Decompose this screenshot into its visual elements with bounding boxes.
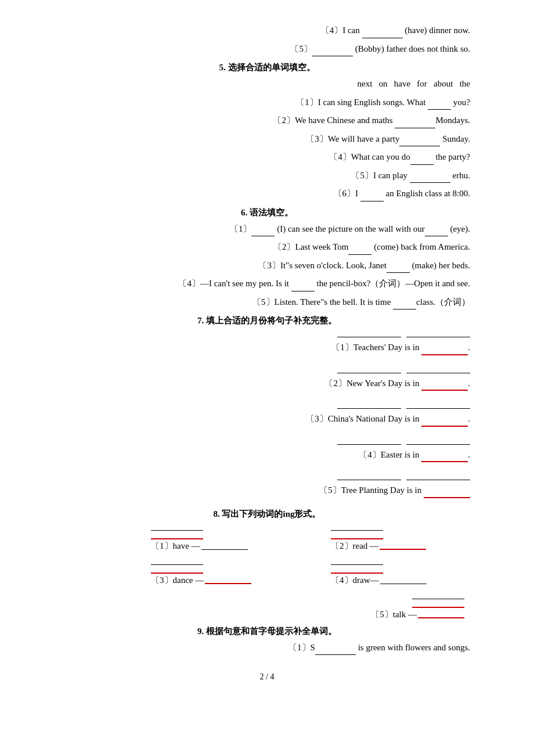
- s7-lines-above4: [64, 437, 470, 447]
- s7-ansline2b[interactable]: [406, 366, 470, 373]
- s8-line1a[interactable]: [151, 523, 203, 531]
- s7-item4: 〔4〕Easter is in .: [64, 437, 470, 463]
- s7-text5: 〔5〕Tree Planting Day is in: [64, 483, 470, 498]
- s8-col4-lines: [308, 557, 470, 574]
- s4-item1: 〔4〕I can (have) dinner now.: [64, 23, 470, 38]
- s5-blank1[interactable]: [428, 100, 451, 110]
- s6-item3: 〔3〕It"s seven o'clock. Look, Janet (make…: [64, 258, 470, 273]
- s8-blank4[interactable]: [380, 576, 427, 584]
- s7-ansline3b[interactable]: [406, 401, 470, 409]
- s8-line2a[interactable]: [331, 523, 383, 531]
- s8-bot-lines: [64, 592, 470, 608]
- s7-item1: 〔1〕Teachers' Day is in .: [64, 330, 470, 355]
- s8-line4a[interactable]: [331, 557, 383, 565]
- s8-col1-lines: [145, 523, 308, 539]
- s7-ansline2a[interactable]: [337, 366, 401, 373]
- s6-blank1b[interactable]: [425, 227, 448, 236]
- s7-redblank1[interactable]: [421, 346, 468, 355]
- s8-blank5[interactable]: [418, 610, 464, 618]
- section7-title: 7. 填上合适的月份将句子补充完整。: [64, 315, 470, 326]
- s8-blank3[interactable]: [205, 576, 251, 584]
- s7-redblank4[interactable]: [421, 453, 468, 462]
- s8-row34: 〔3〕dance — 〔4〕draw—: [64, 575, 470, 586]
- s4-blank2[interactable]: [312, 47, 353, 56]
- s8-item1: 〔1〕have —: [145, 541, 308, 552]
- s6-item1: 〔1〕 (I) can see the picture on the wall …: [64, 222, 470, 237]
- s6-item4: 〔4〕—I can't see my pen. Is it the pencil…: [64, 276, 470, 291]
- section5-title: 5. 选择合适的单词填空。: [64, 62, 470, 73]
- section6-title: 6. 语法填空。: [64, 207, 470, 218]
- s5-item1: 〔1〕I can sing English songs. What you?: [64, 95, 470, 110]
- s8-col5-lines: [145, 592, 470, 608]
- s7-redblank3[interactable]: [421, 417, 468, 427]
- s7-text3: 〔3〕China's National Day is in .: [64, 412, 470, 427]
- section8-title: 8. 写出下列动词的ing形式。: [64, 509, 470, 520]
- s7-item5: 〔5〕Tree Planting Day is in: [64, 473, 470, 498]
- s7-lines-above5: [64, 473, 470, 483]
- s5-item2: 〔2〕We have Chinese and maths Mondays.: [64, 113, 470, 128]
- s5-blank5[interactable]: [410, 174, 450, 183]
- s4-blank1[interactable]: [362, 29, 403, 38]
- s6-blank3[interactable]: [387, 264, 410, 273]
- s7-redblank5[interactable]: [424, 489, 470, 498]
- s8-line5a[interactable]: [412, 592, 464, 599]
- s5-blank3[interactable]: [399, 137, 440, 146]
- s7-item2: 〔2〕New Year's Day is in .: [64, 366, 470, 391]
- s5-blank6[interactable]: [360, 192, 384, 201]
- s7-ansline5b[interactable]: [406, 473, 470, 480]
- s8-item5: 〔5〕talk —: [145, 609, 470, 620]
- s8-line3a[interactable]: [151, 557, 203, 565]
- s5-item6: 〔6〕I an English class at 8:00.: [64, 186, 470, 201]
- s7-lines-above2: [64, 366, 470, 376]
- s5-item3: 〔3〕We will have a party Sunday.: [64, 132, 470, 147]
- s7-text1: 〔1〕Teachers' Day is in .: [64, 340, 470, 355]
- s7-ansline1b[interactable]: [406, 330, 470, 337]
- page: 〔4〕I can (have) dinner now. 〔5〕 (Bobby) …: [35, 23, 499, 682]
- s7-lines-above1: [64, 330, 470, 340]
- s7-text2: 〔2〕New Year's Day is in .: [64, 376, 470, 391]
- s7-lines-above3: [64, 401, 470, 411]
- s5-item4: 〔4〕What can you do the party?: [64, 150, 470, 165]
- s8-item2: 〔2〕read —: [308, 541, 470, 552]
- s8-midlines: [64, 557, 470, 574]
- s5-wordbank: next on have for about the: [64, 77, 470, 92]
- s6-item5: 〔5〕Listen. There"s the bell. It is time …: [64, 295, 470, 310]
- page-number: 2 / 4: [260, 672, 275, 681]
- content: 〔4〕I can (have) dinner now. 〔5〕 (Bobby) …: [64, 23, 470, 682]
- s9-blank1[interactable]: [315, 646, 356, 655]
- s6-item2: 〔2〕Last week Tom (come) back from Americ…: [64, 240, 470, 255]
- s8-item3: 〔3〕dance —: [145, 575, 308, 586]
- s8-toplines: [64, 523, 470, 539]
- page-footer: 2 / 4: [64, 672, 470, 682]
- s7-ansline5a[interactable]: [337, 473, 401, 480]
- s8-line4b-red[interactable]: [331, 566, 383, 574]
- s6-blank2[interactable]: [348, 246, 371, 255]
- s6-blank5[interactable]: [393, 300, 416, 309]
- s6-blank4[interactable]: [291, 282, 315, 291]
- s7-text4: 〔4〕Easter is in .: [64, 448, 470, 463]
- s6-blank1a[interactable]: [251, 227, 275, 236]
- s5-blank4[interactable]: [410, 156, 434, 165]
- s8-line2b-red[interactable]: [331, 532, 383, 539]
- s7-redblank2[interactable]: [421, 381, 468, 391]
- s7-ansline4a[interactable]: [337, 437, 401, 445]
- section9-title: 9. 根据句意和首字母提示补全单词。: [64, 626, 470, 637]
- s7-ansline1a[interactable]: [337, 330, 401, 337]
- s5-blank2[interactable]: [395, 119, 435, 128]
- s7-ansline4b[interactable]: [406, 437, 470, 445]
- s4-item2: 〔5〕 (Bobby) father does not think so.: [64, 42, 470, 57]
- s8-line3b-red[interactable]: [151, 566, 203, 574]
- s8-col2-lines: [308, 523, 470, 539]
- s9-item1: 〔1〕S is green with flowers and songs.: [64, 640, 470, 656]
- s8-row12: 〔1〕have — 〔2〕read —: [64, 541, 470, 552]
- s8-line1b-red[interactable]: [151, 532, 203, 539]
- s8-line5b-red[interactable]: [412, 600, 464, 608]
- s8-col3-lines: [145, 557, 308, 574]
- s5-item5: 〔5〕I can play erhu.: [64, 168, 470, 183]
- s8-blank2[interactable]: [380, 542, 426, 550]
- s7-ansline3a[interactable]: [337, 401, 401, 409]
- s8-item4: 〔4〕draw—: [308, 575, 470, 586]
- s8-row5: 〔5〕talk —: [64, 609, 470, 620]
- s8-blank1[interactable]: [201, 542, 248, 550]
- s7-item3: 〔3〕China's National Day is in .: [64, 401, 470, 427]
